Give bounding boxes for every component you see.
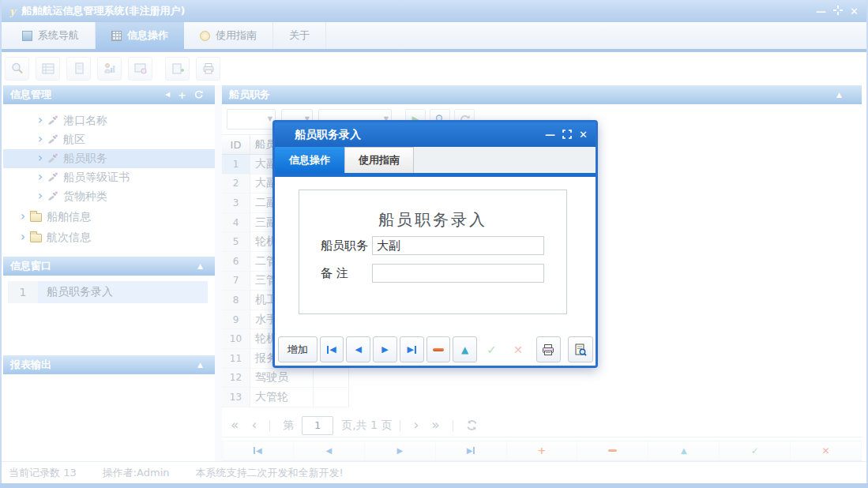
- close-icon[interactable]: ✕: [850, 6, 859, 17]
- tree-item-crew-certificates[interactable]: › 船员等级证书: [3, 168, 215, 187]
- printer-button[interactable]: [196, 57, 220, 81]
- nav-edit-button[interactable]: ▲: [648, 441, 720, 460]
- filter-field-combo[interactable]: ▼: [227, 109, 276, 130]
- entry-form-box: 船员职务录入 船员职务 备 注: [299, 190, 567, 314]
- first-page-icon[interactable]: «: [231, 419, 239, 432]
- chevron-right-icon: ›: [38, 171, 43, 183]
- plus-icon: +: [538, 445, 547, 456]
- refresh-icon[interactable]: [466, 419, 478, 431]
- nav-add-button[interactable]: +: [507, 441, 578, 460]
- grid-icon: [111, 31, 122, 41]
- tool-icon: [47, 171, 58, 185]
- page-number-input[interactable]: [302, 416, 333, 435]
- add-icon[interactable]: +: [178, 90, 186, 100]
- monitor-search-button[interactable]: [128, 57, 152, 81]
- delete-record-button[interactable]: [426, 336, 451, 362]
- collapse-up-icon[interactable]: ▲: [197, 362, 203, 369]
- table-row[interactable]: 12驾驶员: [222, 369, 349, 389]
- prev-record-icon: ◀: [355, 345, 361, 354]
- preview-icon: [573, 343, 588, 357]
- dialog-minimize-icon[interactable]: —: [545, 130, 555, 140]
- last-record-button[interactable]: ▶: [400, 336, 424, 362]
- crew-position-input[interactable]: [372, 236, 544, 255]
- cancel-icon: ✕: [513, 343, 523, 356]
- tab-system-nav[interactable]: 系统导航: [6, 22, 96, 49]
- print-button[interactable]: [536, 336, 562, 362]
- chevron-right-icon: ›: [21, 211, 25, 223]
- info-management-header: 信息管理 ◀ +: [3, 85, 215, 104]
- collapse-left-icon[interactable]: ◀: [165, 92, 170, 98]
- info-window-header: 信息窗口 ▲: [3, 257, 215, 276]
- tab-info-operation[interactable]: 信息操作: [96, 22, 184, 49]
- sidebar-splitter[interactable]: [215, 85, 222, 461]
- crew-position-label: 船员职务: [321, 238, 372, 253]
- nav-last-button[interactable]: ▶: [436, 441, 507, 460]
- edit-icon: ▲: [461, 345, 468, 355]
- dialog-title: 船员职务录入: [295, 128, 361, 142]
- user-report-button[interactable]: [97, 57, 122, 81]
- dialog-close-icon[interactable]: ✕: [579, 130, 588, 140]
- search-button[interactable]: [5, 57, 29, 81]
- dialog-maximize-icon[interactable]: [562, 130, 572, 141]
- form-heading: 船员职务录入: [299, 209, 566, 231]
- minimize-icon[interactable]: —: [816, 6, 826, 17]
- nav-cancel-button[interactable]: ✕: [791, 441, 862, 460]
- tree-item-voyage-info[interactable]: › 航次信息: [3, 228, 215, 247]
- table-row[interactable]: 13大管轮: [222, 388, 349, 407]
- first-record-icon: ◀: [329, 345, 336, 354]
- clock-icon: [200, 31, 210, 41]
- chevron-right-icon: ›: [21, 231, 25, 243]
- new-document-button[interactable]: [165, 57, 190, 81]
- printer-icon: [541, 343, 555, 357]
- next-record-icon: ▶: [381, 345, 388, 354]
- nav-prev-button[interactable]: ◀: [294, 441, 365, 460]
- chevron-down-icon: ▼: [268, 115, 272, 122]
- crew-position-panel-header: 船员职务 ▲: [222, 85, 862, 104]
- next-page-icon[interactable]: ›: [413, 419, 419, 432]
- prev-record-icon: ◀: [325, 447, 332, 455]
- dialog-tab-info-operation[interactable]: 信息操作: [275, 147, 344, 173]
- monitor-icon: [22, 31, 32, 41]
- prev-record-button[interactable]: ◀: [346, 336, 370, 362]
- cancel-icon: ✕: [822, 446, 830, 456]
- list-item[interactable]: 1 船员职务录入: [8, 281, 208, 303]
- window-bottom-edge: [0, 483, 868, 488]
- add-button[interactable]: 增加: [278, 336, 318, 362]
- minus-icon: [433, 348, 444, 351]
- tree-item-ship-info[interactable]: › 船舶信息: [3, 208, 215, 227]
- print-preview-button[interactable]: [568, 336, 593, 362]
- edit-record-button[interactable]: ▲: [453, 336, 477, 362]
- dialog-tab-user-guide[interactable]: 使用指南: [344, 147, 414, 173]
- prev-page-icon[interactable]: ‹: [251, 419, 257, 432]
- app-window: y 船舶航运信息管理系统(非注册用户) — ✕ 系统导航 信息操作 使用指南 关…: [0, 0, 868, 488]
- first-record-button[interactable]: ◀: [320, 336, 344, 362]
- minus-icon: [608, 449, 617, 452]
- chevron-right-icon: ›: [38, 114, 43, 126]
- tree-item-cargo-types[interactable]: › 货物种类: [3, 187, 215, 206]
- tree-item-nav-zones[interactable]: › 航区: [3, 130, 215, 149]
- restore-icon[interactable]: [833, 6, 843, 17]
- info-window-list: 1 船员职务录入: [3, 276, 215, 355]
- remark-input[interactable]: [372, 264, 544, 283]
- last-page-icon[interactable]: »: [431, 419, 439, 432]
- column-header-id[interactable]: ID: [222, 135, 250, 154]
- tool-icon: [47, 190, 58, 204]
- collapse-up-icon[interactable]: ▲: [836, 92, 842, 99]
- document-button[interactable]: [66, 57, 91, 81]
- nav-next-button[interactable]: ▶: [365, 441, 436, 460]
- dialog-titlebar[interactable]: 船员职务录入 — ✕: [275, 122, 596, 147]
- cancel-button[interactable]: ✕: [506, 336, 531, 362]
- sidebar: 信息管理 ◀ + › 港口名称 › 航区 › 船员职务: [3, 85, 215, 461]
- refresh-icon[interactable]: [194, 90, 203, 100]
- next-record-button[interactable]: ▶: [373, 336, 397, 362]
- nav-first-button[interactable]: ◀: [222, 441, 294, 460]
- collapse-up-icon[interactable]: ▲: [197, 263, 203, 270]
- nav-delete-button[interactable]: [577, 441, 648, 460]
- tree-item-crew-positions[interactable]: › 船员职务: [3, 149, 215, 168]
- tab-user-guide[interactable]: 使用指南: [184, 22, 273, 49]
- nav-confirm-button[interactable]: ✓: [720, 441, 791, 460]
- tab-about[interactable]: 关于: [273, 22, 326, 49]
- confirm-button[interactable]: ✓: [479, 336, 504, 362]
- tree-item-port-names[interactable]: › 港口名称: [3, 111, 215, 130]
- list-view-button[interactable]: [36, 57, 60, 81]
